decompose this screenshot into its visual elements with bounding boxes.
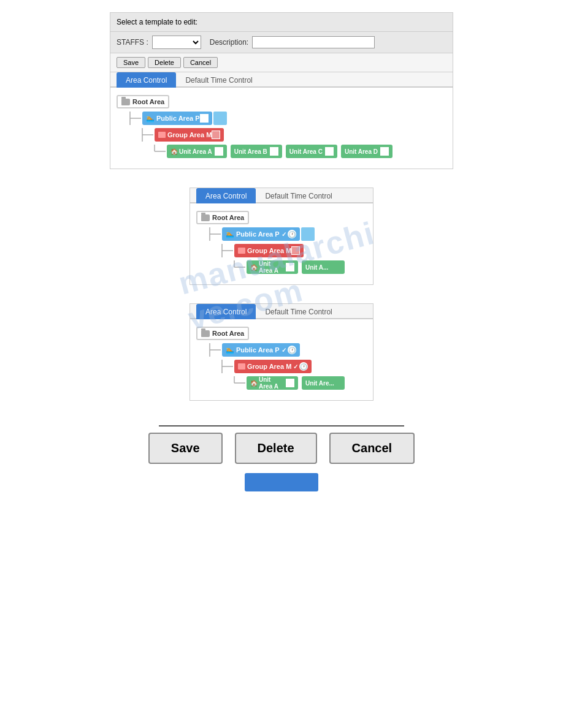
s2-group-checkbox[interactable] <box>291 246 300 255</box>
tabs-bar-1: Area Control Default Time Control <box>110 72 453 88</box>
connector-group <box>141 128 155 142</box>
s2-public-color <box>301 227 315 241</box>
s2-units-row: 🏠 Unit Area A Unit A... <box>233 260 367 274</box>
s2-group-icon <box>238 248 245 254</box>
s3-group-label: Group Area M <box>247 363 291 370</box>
cancel-button-1[interactable]: Cancel <box>183 57 218 68</box>
s2-root-node[interactable]: Root Area <box>196 211 249 224</box>
s2-root-label: Root Area <box>212 214 244 221</box>
s3-unit-a-label: Unit Area A <box>259 376 283 390</box>
s2-root-row: Root Area <box>196 211 367 224</box>
s3-home-icon: 🏠 <box>250 380 258 387</box>
s3-connector-units <box>233 376 247 390</box>
tab-default-time-control-3[interactable]: Default Time Control <box>256 304 341 319</box>
unit-a-checkbox[interactable] <box>215 147 223 156</box>
s2-unit-b-label: Unit A... <box>305 264 328 271</box>
section2-panel: Area Control Default Time Control Root A… <box>190 188 373 285</box>
s3-root-node[interactable]: Root Area <box>196 327 249 340</box>
s3-unit-a-node[interactable]: 🏠 Unit Area A <box>247 376 298 390</box>
s3-swim-icon: 🏊 <box>226 346 234 354</box>
s3-unit-b-node[interactable]: Unit Are... <box>302 376 345 390</box>
save-button-1[interactable]: Save <box>117 57 145 68</box>
unit-c-label: Unit Area C <box>289 148 323 155</box>
unit-b-checkbox[interactable] <box>270 147 278 156</box>
tab-area-control-2[interactable]: Area Control <box>196 188 256 203</box>
tree-units-row: 🏠 Unit Area A Unit Area B Unit Area C Un… <box>153 145 446 158</box>
tab-area-control-3[interactable]: Area Control <box>196 304 256 319</box>
s2-group-label: Group Area M <box>247 247 291 254</box>
description-label: Description: <box>210 38 248 47</box>
root-area-label: Root Area <box>132 98 164 105</box>
staffs-label: STAFFS : <box>117 38 148 47</box>
s3-public-check: ✓ <box>282 347 286 354</box>
public-area-node[interactable]: 🏊 Public Area P <box>142 112 212 125</box>
bottom-cancel-button[interactable]: Cancel <box>329 433 415 464</box>
unit-c-node[interactable]: Unit Area C <box>286 145 337 158</box>
unit-nodes-row: 🏠 Unit Area A Unit Area B Unit Area C Un… <box>167 145 393 158</box>
swim-icon: 🏊 <box>146 115 155 123</box>
tree-root-row: Root Area <box>117 95 446 108</box>
s3-root-label: Root Area <box>212 330 244 337</box>
s2-public-label: Public Area P <box>236 230 280 238</box>
connector-public <box>129 112 142 125</box>
s3-connector-public <box>209 343 222 357</box>
template-select-label: Select a template to edit: <box>117 18 197 26</box>
s2-public-node[interactable]: 🏊 Public Area P ✓ 🕐 <box>222 227 300 241</box>
s2-connector-group <box>221 244 234 257</box>
group-area-label: Group Area M <box>167 131 212 138</box>
area-tree-panel-2: Root Area 🏊 Public Area P ✓ 🕐 <box>190 203 373 284</box>
unit-d-checkbox[interactable] <box>380 147 389 156</box>
tree-group-row: Group Area M <box>141 128 446 142</box>
bottom-save-button[interactable]: Save <box>148 433 223 464</box>
s3-connector-group <box>221 360 234 373</box>
s3-group-node[interactable]: Group Area M ✓ 🕐 <box>234 360 312 373</box>
unit-b-label: Unit Area B <box>234 148 267 155</box>
s2-connector-units <box>233 260 247 274</box>
area-tree-panel-1: Root Area 🏊 Public Area P <box>110 88 453 169</box>
s3-public-row: 🏊 Public Area P ✓ 🕐 <box>209 343 367 357</box>
unit-a-label: Unit Area A <box>179 148 212 155</box>
s3-unit-b-label: Unit Are... <box>305 380 334 387</box>
action-bar-1: Save Delete Cancel <box>110 53 453 72</box>
bottom-buttons-section: Save Delete Cancel <box>148 425 415 491</box>
tab-area-control-1[interactable]: Area Control <box>117 72 176 88</box>
bottom-blue-bar <box>245 473 318 491</box>
area-tree-panel-3: Root Area 🏊 Public Area P ✓ 🕐 <box>190 319 373 400</box>
group-area-node[interactable]: Group Area M <box>155 128 224 142</box>
bottom-divider <box>159 425 404 427</box>
s3-public-node[interactable]: 🏊 Public Area P ✓ 🕐 <box>222 343 300 357</box>
s3-unit-a-checkbox[interactable] <box>286 379 294 387</box>
tab-default-time-control-2[interactable]: Default Time Control <box>256 188 341 203</box>
tab-default-time-control-1[interactable]: Default Time Control <box>176 72 261 88</box>
unit-a-node[interactable]: 🏠 Unit Area A <box>167 145 227 158</box>
public-checkbox[interactable] <box>200 114 209 123</box>
s2-swim-icon: 🏊 <box>226 230 234 238</box>
group-checkbox[interactable] <box>212 131 220 139</box>
bottom-delete-button[interactable]: Delete <box>235 433 317 464</box>
unit-b-node[interactable]: Unit Area B <box>231 145 282 158</box>
s2-public-clock: 🕐 <box>288 230 296 238</box>
unit-d-node[interactable]: Unit Area D <box>341 145 393 158</box>
s2-group-row: Group Area M <box>221 244 367 257</box>
s3-group-row: Group Area M ✓ 🕐 <box>221 360 367 373</box>
s2-unit-a-checkbox[interactable] <box>286 263 294 271</box>
s2-unit-a-node[interactable]: 🏠 Unit Area A <box>247 260 298 274</box>
s2-unit-b-node[interactable]: Unit A... <box>302 260 345 274</box>
s2-home-icon: 🏠 <box>250 264 258 271</box>
home-icon-a: 🏠 <box>170 148 178 155</box>
tabs-bar-3: Area Control Default Time Control <box>190 304 373 319</box>
delete-button-1[interactable]: Delete <box>148 57 181 68</box>
tabs-bar-2: Area Control Default Time Control <box>190 188 373 203</box>
root-area-node[interactable]: Root Area <box>117 95 169 108</box>
s2-group-node[interactable]: Group Area M <box>234 244 304 257</box>
staffs-bar: STAFFS : Description: <box>110 32 453 53</box>
unit-d-label: Unit Area D <box>345 148 378 155</box>
staffs-select[interactable] <box>152 36 201 49</box>
s3-public-label: Public Area P <box>236 346 280 354</box>
unit-c-checkbox[interactable] <box>325 147 334 156</box>
bottom-btn-row: Save Delete Cancel <box>148 433 415 464</box>
s3-units-row: 🏠 Unit Area A Unit Are... <box>233 376 367 390</box>
section1-panel: Select a template to edit: STAFFS : Desc… <box>110 12 453 169</box>
description-input[interactable] <box>252 36 375 48</box>
public-color-block <box>213 112 227 125</box>
